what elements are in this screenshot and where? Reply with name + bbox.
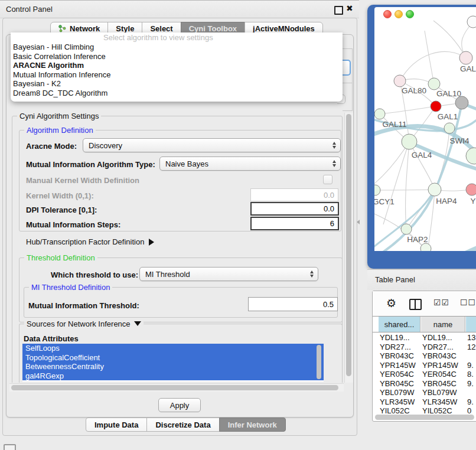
sources-title: Sources for Network Inference <box>24 319 144 328</box>
apply-button[interactable]: Apply <box>158 398 201 412</box>
network-edge[interactable] <box>425 31 434 84</box>
table-hscrollbar-thumb[interactable] <box>375 415 474 420</box>
list-scrollbar-thumb[interactable] <box>317 345 321 379</box>
table-cell: YBR043C <box>422 351 466 360</box>
network-edge[interactable] <box>375 190 435 190</box>
algorithm-option[interactable]: Basic Correlation Inference <box>13 52 106 61</box>
table-row[interactable]: YBR043CYBR043C <box>373 351 476 361</box>
data-attribute-item[interactable]: TopologicalCoefficient <box>22 353 324 363</box>
network-node-swi4[interactable] <box>444 123 455 133</box>
table-cell: YDR27... <box>380 343 421 351</box>
settings-hscrollbar-thumb[interactable] <box>11 385 338 390</box>
table-toolbar: ⚙ ☑☑ ☐☐ <box>373 291 476 316</box>
table-hscrollbar[interactable] <box>374 414 476 420</box>
table-row[interactable]: YBL079WYBL079W <box>373 388 476 397</box>
column-header[interactable]: name <box>421 317 465 332</box>
combo-arrows-icon <box>332 160 336 167</box>
settings-vscrollbar-thumb[interactable] <box>346 114 351 376</box>
bottom-tab-impute-data[interactable]: Impute Data <box>86 418 147 432</box>
network-edge[interactable] <box>380 106 436 114</box>
uncheck-all-icon[interactable]: ☐☐ <box>460 298 476 307</box>
network-node-gal[interactable] <box>459 51 472 64</box>
bottom-tab-infer-network[interactable]: Infer Network <box>219 418 286 432</box>
network-node-y[interactable] <box>466 184 476 195</box>
algorithm-option[interactable]: ARACNE Algorithm <box>13 61 84 70</box>
gear-icon[interactable]: ⚙ <box>386 296 396 309</box>
network-node-gal10[interactable] <box>428 78 440 90</box>
hub-definition-toggle[interactable]: Hub/Transcription Factor Definition <box>26 237 154 246</box>
network-edge[interactable] <box>374 142 409 186</box>
network-node-gcy1[interactable] <box>374 185 380 195</box>
manual-kernel-checkbox[interactable] <box>323 175 332 184</box>
mi-threshold-definition-title: MI Threshold Definition <box>29 283 112 292</box>
table-cell: YER054C <box>380 370 421 379</box>
table-cell: 8. <box>467 370 476 379</box>
table-row[interactable]: YER054CYER054C8. <box>373 370 476 379</box>
table-cell: 13 <box>467 333 476 342</box>
bottom-tab-discretize-data[interactable]: Discretize Data <box>146 418 219 432</box>
hidden-groupbox-fragment <box>352 48 353 111</box>
split-columns-icon[interactable] <box>409 299 422 310</box>
table-row[interactable]: YPR145WYPR145W9. <box>373 361 476 370</box>
window-zoom-button[interactable] <box>406 10 414 18</box>
table-row[interactable]: YIL052CYIL052C0 <box>373 406 476 413</box>
float-panel-icon[interactable] <box>334 6 343 15</box>
data-attribute-item[interactable]: gal4RGexp <box>22 371 324 381</box>
manual-kernel-label: Manual Kernel Width Definition <box>26 176 139 185</box>
network-node[interactable] <box>466 148 476 164</box>
check-all-icon[interactable]: ☑☑ <box>433 298 449 307</box>
table-cell: YDR27... <box>422 343 466 351</box>
network-node-label: GCY1 <box>374 197 395 206</box>
bottom-tabs: Impute DataDiscretize DataInfer Network <box>86 418 286 432</box>
table-cell: YBR045C <box>380 379 421 388</box>
column-header[interactable] <box>466 317 476 332</box>
network-node[interactable] <box>467 16 476 28</box>
dpi-tolerance-label: DPI Tolerance [0,1]: <box>26 206 97 214</box>
which-threshold-combo[interactable]: MI Threshold <box>139 267 318 281</box>
network-view-window[interactable]: GALGAL80GAL10GAL1GAL11SWI4GAL4HAP4YGCY1H… <box>367 5 476 269</box>
table-cell: YBL079W <box>380 388 421 397</box>
table-row[interactable]: YBR045CYBR045C9. <box>373 379 476 389</box>
mi-steps-field[interactable]: 6 <box>250 217 339 230</box>
close-panel-icon[interactable]: ✖ <box>346 4 353 13</box>
algorithm-option[interactable]: Dream8 DC_TDC Algorithm <box>13 89 107 97</box>
algorithm-option[interactable]: Mutual Information Inference <box>13 70 110 79</box>
cyni-algorithm-settings-title: Cyni Algorithm Settings <box>17 112 101 120</box>
settings-vscrollbar[interactable] <box>344 113 353 383</box>
aracne-mode-combo[interactable]: Discovery <box>83 138 341 152</box>
aracne-mode-value: Discovery <box>89 141 122 150</box>
network-node-gal80[interactable] <box>394 75 406 87</box>
column-header[interactable]: shared... <box>379 317 420 332</box>
network-node-hap2[interactable] <box>401 224 412 234</box>
algorithm-select-popup: Select algorithm to view settings Bayesi… <box>11 32 343 102</box>
data-attribute-item[interactable]: BetweennessCentrality <box>22 362 324 371</box>
mi-threshold-field[interactable]: 0.5 <box>248 297 338 311</box>
minimized-panel-icon[interactable] <box>4 444 16 450</box>
network-node-gal1[interactable] <box>455 96 468 109</box>
kernel-width-label: Kernel Width (0,1): <box>26 191 94 200</box>
network-node[interactable] <box>420 243 431 251</box>
network-node-hap4[interactable] <box>428 183 441 196</box>
network-node-gal4[interactable] <box>402 134 417 149</box>
window-close-button[interactable] <box>383 10 392 18</box>
window-minimize-button[interactable] <box>395 10 403 18</box>
network-canvas[interactable]: GALGAL80GAL10GAL1GAL11SWI4GAL4HAP4YGCY1H… <box>374 7 476 251</box>
data-attribute-item[interactable]: SelfLoops <box>22 344 324 353</box>
table-row[interactable]: YLR345WYLR345W9. <box>373 397 476 407</box>
settings-hscrollbar[interactable] <box>9 383 344 392</box>
algorithm-option[interactable]: Bayesian - Hill Climbing <box>13 43 94 51</box>
table-cell: YLR345W <box>422 397 466 406</box>
table-row[interactable]: YDR27...YDR27...12 <box>373 343 476 352</box>
kernel-width-field[interactable]: 0.0 <box>250 188 338 201</box>
algorithm-option[interactable]: Bayesian - K2 <box>13 79 61 88</box>
network-node-gal11[interactable] <box>374 109 385 119</box>
table-cell: YPR145W <box>422 361 466 370</box>
mi-type-combo[interactable]: Naive Bayes <box>159 156 341 171</box>
table-row[interactable]: YDL19...YDL19...13 <box>373 333 476 343</box>
dpi-tolerance-field[interactable]: 0.0 <box>250 202 339 216</box>
node-table: ⚙ ☑☑ ☐☐ shared...name YDL19...YDL19...13… <box>372 291 476 422</box>
network-edge[interactable] <box>406 142 409 229</box>
network-node[interactable] <box>431 101 441 112</box>
mi-steps-label: Mutual Information Steps: <box>26 220 120 229</box>
network-edge-highlighted[interactable] <box>433 246 476 251</box>
